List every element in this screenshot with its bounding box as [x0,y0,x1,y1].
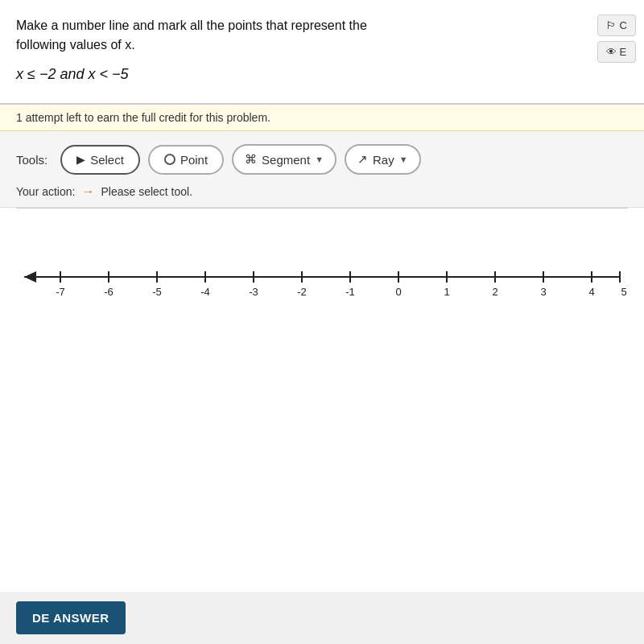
provide-answer-label: DE ANSWER [32,611,109,625]
ray-dropdown-arrow: ▼ [399,155,408,164]
segment-icon: ⌘ [245,152,257,167]
svg-text:-7: -7 [56,286,65,298]
ray-tool-button[interactable]: ↗ Ray ▼ [345,144,421,175]
svg-text:4: 4 [588,286,594,298]
flag-icon: 🏳 [606,19,617,31]
condition-text: x ≤ −2 and x < −5 [16,66,628,83]
select-label: Select [90,153,124,167]
svg-text:-6: -6 [104,286,114,298]
svg-text:2: 2 [492,286,497,298]
point-label: Point [180,153,208,167]
side-buttons: 🏳 C 👁 E [597,14,636,63]
flag-label: C [620,19,627,31]
number-line-svg[interactable]: -7 -6 -5 -4 -3 -2 -1 0 1 [16,241,628,321]
provide-answer-button[interactable]: DE ANSWER [16,601,126,634]
segment-tool-button[interactable]: ⌘ Segment ▼ [232,144,336,175]
action-text: Please select tool. [101,185,192,198]
segment-dropdown-arrow: ▼ [315,155,324,164]
question-text: Make a number line and mark all the poin… [16,16,564,55]
ray-icon: ↗ [357,152,368,167]
your-action-label: Your action: [16,185,75,198]
segment-label: Segment [262,153,310,167]
select-tool-button[interactable]: ▶ Select [60,145,140,175]
point-tool-button[interactable]: Point [148,145,224,175]
svg-text:-3: -3 [249,286,258,298]
ray-label: Ray [373,153,394,167]
tools-row: Tools: ▶ Select Point ⌘ Segment ▼ ↗ Ray [16,144,628,175]
attempt-notice: 1 attempt left to earn the full credit f… [0,105,644,131]
eye-icon: 👁 [606,46,617,58]
svg-text:5: 5 [621,286,626,298]
question-section: Make a number line and mark all the poin… [0,0,644,105]
tools-label: Tools: [16,153,47,167]
svg-text:3: 3 [540,286,546,298]
flag-button[interactable]: 🏳 C [597,14,636,36]
main-container: Make a number line and mark all the poin… [0,0,644,644]
svg-text:1: 1 [444,286,449,298]
cursor-icon: ▶ [76,153,85,166]
circle-icon [164,154,175,165]
svg-text:-1: -1 [345,286,355,298]
svg-text:-2: -2 [297,286,307,298]
svg-text:-5: -5 [152,286,162,298]
svg-text:-4: -4 [200,286,210,298]
eye-label: E [620,46,627,58]
action-row: Your action: → Please select tool. [16,184,628,199]
action-arrow: → [81,184,94,199]
number-line-area[interactable]: -7 -6 -5 -4 -3 -2 -1 0 1 [0,208,644,341]
tools-section: Tools: ▶ Select Point ⌘ Segment ▼ ↗ Ray [0,131,644,208]
svg-text:0: 0 [395,286,401,298]
attempt-notice-text: 1 attempt left to earn the full credit f… [16,111,270,124]
question-line2: following values of x. [16,38,135,52]
eye-button[interactable]: 👁 E [597,41,636,63]
question-line1: Make a number line and mark all the poin… [16,19,367,32]
bottom-bar: DE ANSWER [0,592,644,644]
